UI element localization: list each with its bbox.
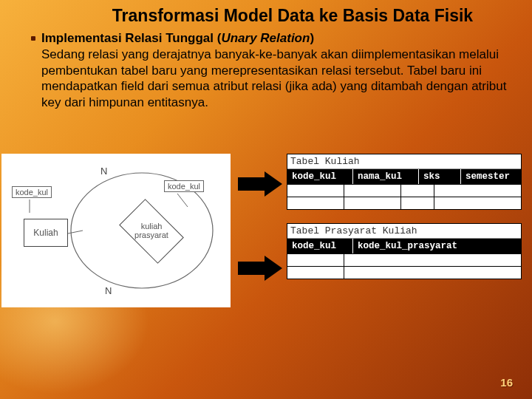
table-header-row: kode_kul kode_kul_prasyarat [287,239,521,253]
bullet-heading-suffix: ) [310,31,314,45]
slide-title: Transformasi Model Data ke Basis Data Fi… [71,6,514,26]
svg-marker-4 [238,171,282,197]
table-row [287,184,521,197]
erd-diagram: kode_kul kode_kul N N Kuliah kuliah pras… [1,154,231,307]
table-caption: Tabel Kuliah [287,154,521,169]
table-caption: Tabel Prasyarat Kuliah [287,224,521,239]
table-kuliah: Tabel Kuliah kode_kul nama_kul sks semes… [287,154,522,210]
erd-relation-label: kuliah prasyarat [129,222,174,239]
page-number: 16 [500,376,513,389]
table-row [287,197,521,209]
bullet-text: Implementasi Relasi Tunggal (Unary Relat… [41,30,514,111]
erd-card-bottom: N [105,285,112,296]
bullet-heading-italic: Unary Relation [221,31,310,45]
table-row [287,253,521,266]
arrow-column [231,167,287,281]
table-header-row: kode_kul nama_kul sks semester [287,169,521,184]
svg-line-2 [177,194,188,207]
content-row: kode_kul kode_kul N N Kuliah kuliah pras… [0,154,532,307]
bullet-body: Sedang relasi yang derajatnya banyak-ke-… [41,47,506,109]
arrow-icon [238,256,282,281]
erd-relation-l2: prasyarat [134,231,168,239]
col-header: semester [461,169,521,184]
erd-entity: Kuliah [24,219,68,247]
col-header: sks [419,169,461,184]
erd-key-right: kode_kul [164,180,204,192]
erd-relation-l1: kuliah [141,222,163,231]
tables-column: Tabel Kuliah kode_kul nama_kul sks semes… [287,154,522,293]
table-row [287,266,521,279]
bullet-icon [31,36,35,41]
erd-key-left: kode_kul [12,186,52,198]
col-header: nama_kul [353,169,419,184]
col-header: kode_kul [287,239,353,253]
col-header: kode_kul [287,169,353,184]
erd-card-top: N [100,166,107,177]
col-header: kode_kul_prasyarat [353,239,521,253]
arrow-icon [238,171,282,197]
table-prasyarat: Tabel Prasyarat Kuliah kode_kul kode_kul… [287,223,522,279]
bullet-item: Implementasi Relasi Tunggal (Unary Relat… [31,30,514,111]
bullet-heading-prefix: Implementasi Relasi Tunggal ( [41,31,221,45]
svg-marker-5 [238,256,282,281]
slide: Transformasi Model Data ke Basis Data Fi… [0,0,532,399]
